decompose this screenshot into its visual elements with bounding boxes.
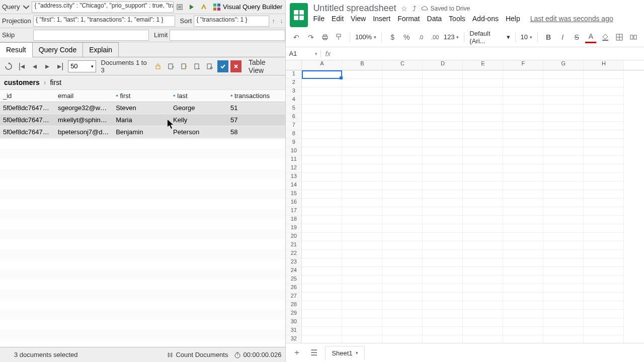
cell[interactable] <box>302 173 342 182</box>
row-header[interactable]: 21 <box>286 241 301 250</box>
cell[interactable] <box>423 258 463 267</box>
cell[interactable] <box>382 173 423 182</box>
formula-input[interactable] <box>335 47 644 60</box>
cell[interactable]: Benjamin <box>113 126 170 138</box>
menu-edit[interactable]: Edit <box>332 15 344 23</box>
row-header[interactable]: 14 <box>286 182 301 190</box>
tab-explain[interactable]: Explain <box>83 42 119 57</box>
cell[interactable] <box>543 250 584 258</box>
cell[interactable] <box>342 310 382 318</box>
cell[interactable] <box>503 79 543 87</box>
cell[interactable]: Maria <box>113 114 170 126</box>
cell[interactable] <box>503 216 543 224</box>
cell[interactable] <box>463 70 503 79</box>
tab-result[interactable]: Result <box>0 42 33 57</box>
cell[interactable] <box>302 335 342 343</box>
cell[interactable] <box>382 293 423 301</box>
cell[interactable] <box>302 301 342 310</box>
cell[interactable] <box>382 87 423 96</box>
cell[interactable] <box>302 284 342 293</box>
cell[interactable] <box>503 207 543 216</box>
cell[interactable] <box>543 241 584 250</box>
view-mode-button[interactable]: Table View <box>246 58 282 74</box>
cell[interactable] <box>543 207 584 216</box>
cell[interactable] <box>584 301 624 310</box>
refresh-button[interactable] <box>3 60 14 72</box>
undo-button[interactable]: ↶ <box>291 31 302 43</box>
zoom-select[interactable]: 100%▾ <box>355 33 376 41</box>
cell[interactable] <box>543 190 584 199</box>
cells-area[interactable] <box>302 70 644 343</box>
col-id[interactable]: _id <box>0 90 55 102</box>
cell[interactable]: 51 <box>227 102 285 114</box>
cell[interactable] <box>382 284 423 293</box>
col-header[interactable]: B <box>342 60 382 70</box>
cell[interactable] <box>342 199 382 207</box>
cell[interactable] <box>463 147 503 156</box>
cell[interactable] <box>503 310 543 318</box>
col-first[interactable]: first <box>113 90 170 102</box>
cell[interactable]: mkellyt@sphinn.com <box>55 114 113 126</box>
cell[interactable] <box>382 122 423 130</box>
cell[interactable] <box>423 96 463 105</box>
currency-button[interactable]: $ <box>387 31 398 43</box>
cell[interactable] <box>423 267 463 276</box>
cell[interactable] <box>503 173 543 182</box>
print-button[interactable] <box>319 31 331 43</box>
cell[interactable] <box>503 284 543 293</box>
cell[interactable] <box>382 258 423 267</box>
cell[interactable] <box>342 96 382 105</box>
cell[interactable] <box>543 258 584 267</box>
row-header[interactable]: 4 <box>286 96 301 105</box>
cell[interactable] <box>543 105 584 113</box>
cell[interactable]: Steven <box>113 102 170 114</box>
query-input[interactable]: { "address.city" : "Chicago", "prio_supp… <box>32 2 174 13</box>
cell[interactable] <box>503 130 543 139</box>
limit-input[interactable] <box>170 30 285 41</box>
cell[interactable] <box>584 122 624 130</box>
cell[interactable]: 57 <box>227 114 285 126</box>
row-header[interactable]: 29 <box>286 310 301 318</box>
row-header[interactable]: 7 <box>286 122 301 130</box>
cell[interactable] <box>543 87 584 96</box>
col-header[interactable]: D <box>423 60 463 70</box>
cell[interactable] <box>503 293 543 301</box>
col-last[interactable]: last <box>170 90 227 102</box>
cell[interactable] <box>584 284 624 293</box>
cell[interactable] <box>503 87 543 96</box>
redo-button[interactable]: ↷ <box>305 31 316 43</box>
cell[interactable] <box>463 318 503 327</box>
cell[interactable] <box>342 182 382 190</box>
cell[interactable] <box>503 267 543 276</box>
cell[interactable] <box>423 207 463 216</box>
cell[interactable] <box>584 293 624 301</box>
cell[interactable] <box>584 105 624 113</box>
cell[interactable] <box>302 190 342 199</box>
row-header[interactable]: 28 <box>286 301 301 310</box>
cell[interactable] <box>463 79 503 87</box>
cell[interactable]: bpetersonj7@dro... <box>55 126 113 138</box>
select-all-corner[interactable] <box>286 60 301 70</box>
cell[interactable] <box>543 276 584 284</box>
cell[interactable] <box>543 318 584 327</box>
cell[interactable] <box>503 241 543 250</box>
cell[interactable] <box>302 105 342 113</box>
spreadsheet-grid[interactable]: 1234567891011121314151617181920212223242… <box>286 60 644 343</box>
cell[interactable] <box>543 310 584 318</box>
row-header[interactable]: 24 <box>286 267 301 276</box>
all-sheets-button[interactable]: ☰ <box>308 347 320 359</box>
cell[interactable] <box>584 156 624 164</box>
fill-color-button[interactable] <box>599 31 610 43</box>
cell[interactable] <box>543 164 584 173</box>
cell[interactable] <box>584 224 624 233</box>
cell[interactable] <box>302 258 342 267</box>
cell[interactable] <box>342 70 382 79</box>
cell[interactable] <box>543 130 584 139</box>
row-header[interactable]: 22 <box>286 250 301 258</box>
cell[interactable] <box>463 173 503 182</box>
menu-help[interactable]: Help <box>506 15 520 23</box>
cell[interactable] <box>302 87 342 96</box>
row-header[interactable]: 12 <box>286 164 301 173</box>
first-page-button[interactable]: |◂ <box>16 60 27 72</box>
table-row[interactable]: 5f0ef8dc764791...sgeorge32@weeb...Steven… <box>0 102 285 114</box>
